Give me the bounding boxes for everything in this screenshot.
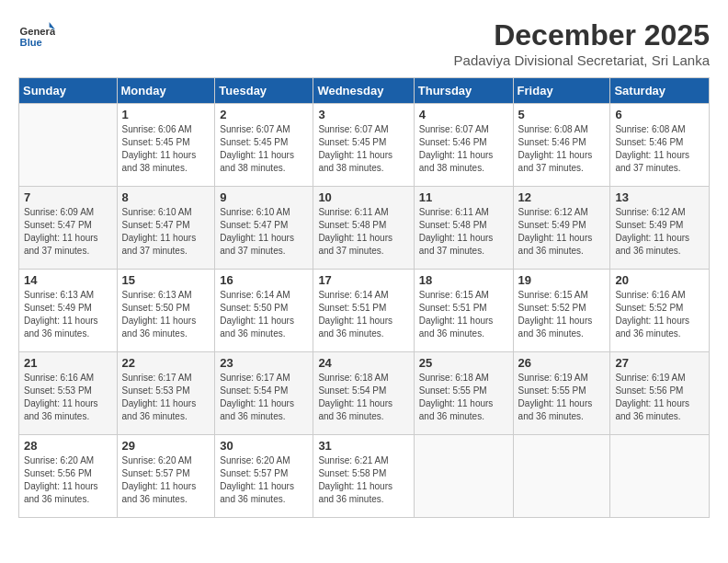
- day-number: 9: [220, 190, 308, 204]
- calendar-week-row: 7Sunrise: 6:09 AMSunset: 5:47 PMDaylight…: [19, 187, 710, 270]
- day-number: 20: [615, 273, 704, 287]
- calendar-day-cell: 28Sunrise: 6:20 AMSunset: 5:56 PMDayligh…: [19, 435, 118, 518]
- day-info: Sunrise: 6:17 AMSunset: 5:53 PMDaylight:…: [122, 372, 210, 423]
- day-number: 19: [518, 273, 606, 287]
- calendar-day-cell: 20Sunrise: 6:16 AMSunset: 5:52 PMDayligh…: [610, 270, 710, 352]
- month-title: December 2025: [454, 18, 710, 52]
- day-number: 14: [24, 273, 112, 287]
- calendar-day-cell: [414, 435, 513, 518]
- day-number: 25: [419, 356, 508, 370]
- calendar-day-cell: 12Sunrise: 6:12 AMSunset: 5:49 PMDayligh…: [513, 187, 610, 270]
- day-info: Sunrise: 6:21 AMSunset: 5:58 PMDaylight:…: [318, 454, 408, 506]
- day-number: 15: [122, 273, 210, 287]
- day-info: Sunrise: 6:17 AMSunset: 5:54 PMDaylight:…: [220, 372, 308, 423]
- logo: General Blue: [18, 18, 59, 55]
- day-info: Sunrise: 6:08 AMSunset: 5:46 PMDaylight:…: [615, 123, 704, 175]
- calendar-day-cell: 21Sunrise: 6:16 AMSunset: 5:53 PMDayligh…: [19, 352, 118, 435]
- day-info: Sunrise: 6:16 AMSunset: 5:53 PMDaylight:…: [24, 372, 112, 423]
- page-header: General Blue December 2025 Padaviya Divi…: [18, 18, 710, 68]
- day-info: Sunrise: 6:20 AMSunset: 5:56 PMDaylight:…: [24, 454, 112, 506]
- day-number: 22: [122, 356, 210, 370]
- day-number: 23: [220, 356, 308, 370]
- calendar-day-cell: 19Sunrise: 6:15 AMSunset: 5:52 PMDayligh…: [513, 270, 610, 352]
- day-number: 11: [419, 190, 508, 204]
- day-info: Sunrise: 6:08 AMSunset: 5:46 PMDaylight:…: [518, 123, 606, 175]
- calendar-day-cell: 5Sunrise: 6:08 AMSunset: 5:46 PMDaylight…: [513, 104, 610, 187]
- calendar-week-row: 1Sunrise: 6:06 AMSunset: 5:45 PMDaylight…: [19, 104, 710, 187]
- day-info: Sunrise: 6:06 AMSunset: 5:45 PMDaylight:…: [122, 123, 210, 175]
- calendar-day-cell: 23Sunrise: 6:17 AMSunset: 5:54 PMDayligh…: [215, 352, 313, 435]
- calendar-header-row: SundayMondayTuesdayWednesdayThursdayFrid…: [19, 78, 710, 104]
- calendar-day-cell: 6Sunrise: 6:08 AMSunset: 5:46 PMDaylight…: [610, 104, 710, 187]
- day-info: Sunrise: 6:15 AMSunset: 5:51 PMDaylight:…: [419, 289, 508, 340]
- day-info: Sunrise: 6:18 AMSunset: 5:54 PMDaylight:…: [318, 372, 408, 423]
- day-info: Sunrise: 6:12 AMSunset: 5:49 PMDaylight:…: [518, 206, 606, 258]
- weekday-header: Thursday: [414, 78, 513, 104]
- weekday-header: Sunday: [19, 78, 118, 104]
- calendar-subtitle: Padaviya Divisional Secretariat, Sri Lan…: [454, 52, 710, 68]
- calendar-day-cell: 18Sunrise: 6:15 AMSunset: 5:51 PMDayligh…: [414, 270, 513, 352]
- day-info: Sunrise: 6:20 AMSunset: 5:57 PMDaylight:…: [122, 454, 210, 506]
- weekday-header: Wednesday: [313, 78, 414, 104]
- day-info: Sunrise: 6:20 AMSunset: 5:57 PMDaylight:…: [220, 454, 308, 506]
- calendar-table: SundayMondayTuesdayWednesdayThursdayFrid…: [18, 77, 710, 518]
- weekday-header: Saturday: [610, 78, 710, 104]
- calendar-day-cell: [513, 435, 610, 518]
- day-info: Sunrise: 6:14 AMSunset: 5:51 PMDaylight:…: [318, 289, 408, 340]
- day-number: 28: [24, 439, 112, 453]
- calendar-day-cell: 13Sunrise: 6:12 AMSunset: 5:49 PMDayligh…: [610, 187, 710, 270]
- day-number: 31: [318, 439, 408, 453]
- day-info: Sunrise: 6:13 AMSunset: 5:50 PMDaylight:…: [122, 289, 210, 340]
- calendar-day-cell: 30Sunrise: 6:20 AMSunset: 5:57 PMDayligh…: [215, 435, 313, 518]
- calendar-day-cell: [610, 435, 710, 518]
- day-number: 5: [518, 108, 606, 121]
- calendar-day-cell: 25Sunrise: 6:18 AMSunset: 5:55 PMDayligh…: [414, 352, 513, 435]
- weekday-header: Monday: [117, 78, 215, 104]
- calendar-day-cell: 1Sunrise: 6:06 AMSunset: 5:45 PMDaylight…: [117, 104, 215, 187]
- day-number: 16: [220, 273, 308, 287]
- day-info: Sunrise: 6:14 AMSunset: 5:50 PMDaylight:…: [220, 289, 308, 340]
- calendar-week-row: 28Sunrise: 6:20 AMSunset: 5:56 PMDayligh…: [19, 435, 710, 518]
- day-number: 4: [419, 108, 508, 121]
- day-info: Sunrise: 6:16 AMSunset: 5:52 PMDaylight:…: [615, 289, 704, 340]
- calendar-day-cell: 7Sunrise: 6:09 AMSunset: 5:47 PMDaylight…: [19, 187, 118, 270]
- day-number: 10: [318, 190, 408, 204]
- day-info: Sunrise: 6:11 AMSunset: 5:48 PMDaylight:…: [419, 206, 508, 258]
- day-info: Sunrise: 6:13 AMSunset: 5:49 PMDaylight:…: [24, 289, 112, 340]
- calendar-day-cell: [19, 104, 118, 187]
- day-number: 29: [122, 439, 210, 453]
- calendar-day-cell: 16Sunrise: 6:14 AMSunset: 5:50 PMDayligh…: [215, 270, 313, 352]
- svg-text:Blue: Blue: [20, 37, 42, 48]
- day-number: 17: [318, 273, 408, 287]
- day-number: 27: [615, 356, 704, 370]
- day-info: Sunrise: 6:19 AMSunset: 5:56 PMDaylight:…: [615, 372, 704, 423]
- weekday-header: Friday: [513, 78, 610, 104]
- day-number: 6: [615, 108, 704, 121]
- day-number: 2: [220, 108, 308, 121]
- calendar-day-cell: 3Sunrise: 6:07 AMSunset: 5:45 PMDaylight…: [313, 104, 414, 187]
- day-info: Sunrise: 6:19 AMSunset: 5:55 PMDaylight:…: [518, 372, 606, 423]
- title-section: December 2025 Padaviya Divisional Secret…: [454, 18, 710, 68]
- day-number: 8: [122, 190, 210, 204]
- calendar-week-row: 21Sunrise: 6:16 AMSunset: 5:53 PMDayligh…: [19, 352, 710, 435]
- day-info: Sunrise: 6:12 AMSunset: 5:49 PMDaylight:…: [615, 206, 704, 258]
- day-number: 7: [24, 190, 112, 204]
- day-number: 26: [518, 356, 606, 370]
- day-number: 1: [122, 108, 210, 121]
- calendar-day-cell: 4Sunrise: 6:07 AMSunset: 5:46 PMDaylight…: [414, 104, 513, 187]
- day-info: Sunrise: 6:15 AMSunset: 5:52 PMDaylight:…: [518, 289, 606, 340]
- calendar-week-row: 14Sunrise: 6:13 AMSunset: 5:49 PMDayligh…: [19, 270, 710, 352]
- day-info: Sunrise: 6:07 AMSunset: 5:45 PMDaylight:…: [318, 123, 408, 175]
- calendar-day-cell: 17Sunrise: 6:14 AMSunset: 5:51 PMDayligh…: [313, 270, 414, 352]
- calendar-day-cell: 9Sunrise: 6:10 AMSunset: 5:47 PMDaylight…: [215, 187, 313, 270]
- day-info: Sunrise: 6:18 AMSunset: 5:55 PMDaylight:…: [419, 372, 508, 423]
- day-number: 21: [24, 356, 112, 370]
- day-info: Sunrise: 6:11 AMSunset: 5:48 PMDaylight:…: [318, 206, 408, 258]
- weekday-header: Tuesday: [215, 78, 313, 104]
- day-info: Sunrise: 6:10 AMSunset: 5:47 PMDaylight:…: [122, 206, 210, 258]
- day-info: Sunrise: 6:07 AMSunset: 5:45 PMDaylight:…: [220, 123, 308, 175]
- calendar-day-cell: 29Sunrise: 6:20 AMSunset: 5:57 PMDayligh…: [117, 435, 215, 518]
- logo-icon: General Blue: [18, 18, 55, 55]
- calendar-day-cell: 22Sunrise: 6:17 AMSunset: 5:53 PMDayligh…: [117, 352, 215, 435]
- day-number: 3: [318, 108, 408, 121]
